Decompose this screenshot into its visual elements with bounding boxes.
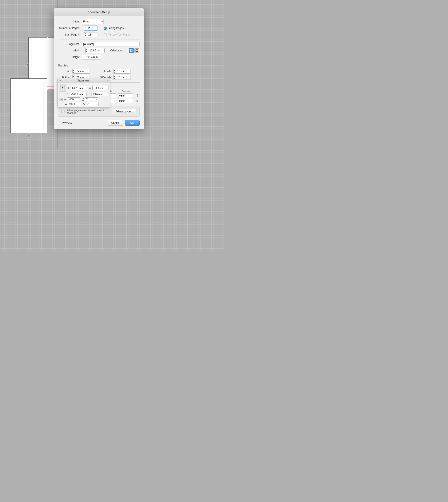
ref-dot-br[interactable] <box>64 89 65 90</box>
height-row: Height: ▲ ▼ <box>58 55 140 60</box>
height-spin: ▲ ▼ <box>82 55 101 60</box>
primary-text-frame-label: Primary Text Frame <box>108 33 130 36</box>
transform-close-icon[interactable]: ✕ <box>60 79 61 82</box>
portrait-button[interactable] <box>129 48 134 53</box>
dialog-title: Document Setup <box>88 10 110 14</box>
page-size-label: Page Size: <box>58 43 82 46</box>
height-up[interactable]: ▲ <box>82 55 84 57</box>
svg-rect-1 <box>136 50 138 51</box>
proportional-lock[interactable] <box>59 98 63 101</box>
height-label: Height: <box>58 56 82 59</box>
margin-inside-row: Inside: ▲ ▼ <box>101 69 140 74</box>
ref-dot-bl[interactable] <box>60 89 61 90</box>
scale-x-select[interactable]: 100% 50% 75% <box>67 97 80 101</box>
start-page-input[interactable] <box>84 32 97 37</box>
margin-top-down[interactable]: ▼ <box>73 71 74 73</box>
x-field-group: X: <box>67 86 87 90</box>
x-input[interactable] <box>71 86 87 90</box>
margin-inside-input[interactable] <box>113 69 131 74</box>
margin-inside-down[interactable]: ▼ <box>114 71 115 73</box>
facing-pages-row: Facing Pages <box>104 27 124 30</box>
separator-1 <box>58 39 140 39</box>
num-pages-input[interactable] <box>84 26 97 31</box>
info-icon: i <box>61 110 65 113</box>
bleed-chain-icon[interactable] <box>135 94 139 98</box>
cancel-button[interactable]: Cancel <box>108 120 123 126</box>
ref-dot-tl[interactable] <box>60 85 61 87</box>
height-down[interactable]: ▼ <box>82 57 84 59</box>
margin-top-input[interactable] <box>72 69 90 74</box>
transform-row-3: 100% 50% 75% 0° 90° 180° <box>59 97 108 101</box>
num-pages-up[interactable]: ▲ <box>84 26 86 28</box>
margin-inside-up[interactable]: ▲ <box>114 69 115 71</box>
orientation-label: Orientation: <box>108 49 126 52</box>
ref-dot-mr[interactable] <box>64 87 65 88</box>
slug-outside-input[interactable] <box>118 99 133 103</box>
intent-row: Intent: Print <box>58 19 140 24</box>
page-size-select-wrapper: [Custom] Letter A4 A5 <box>82 42 140 47</box>
height-input[interactable] <box>82 55 101 60</box>
bleed-col-outside: Outside <box>117 90 134 93</box>
page-lower: H <box>10 78 47 133</box>
page-size-row: Page Size: [Custom] Letter A4 A5 <box>58 42 140 47</box>
transform-row-4: 100% 50% 75% 0° 15° 30° <box>59 102 108 106</box>
handle-bm[interactable] <box>47 89 48 90</box>
start-page-down[interactable]: ▼ <box>84 35 86 37</box>
facing-pages-checkbox[interactable] <box>104 27 107 30</box>
w-input[interactable] <box>92 86 109 90</box>
scale-y-select[interactable]: 100% 50% 75% <box>68 102 81 106</box>
width-orientation-row: Width: ▲ ▼ Orientation: <box>58 48 140 53</box>
start-page-up[interactable]: ▲ <box>84 32 86 35</box>
ref-point-grid[interactable] <box>59 85 66 92</box>
preview-checkbox[interactable] <box>58 122 61 125</box>
intent-select[interactable]: Print <box>82 19 104 24</box>
shear-select[interactable]: 0° 15° 30° <box>86 102 99 106</box>
margin-bottom-up[interactable]: ▲ <box>73 75 74 77</box>
scale-y-icon <box>65 103 67 105</box>
margin-outside-down[interactable]: ▼ <box>114 77 115 79</box>
width-up[interactable]: ▲ <box>86 48 87 50</box>
page-size-select[interactable]: [Custom] Letter A4 A5 <box>82 42 140 47</box>
margin-top-up[interactable]: ▲ <box>73 69 74 71</box>
rotate-select[interactable]: 0° 90° 180° <box>85 97 98 101</box>
pages-row: Number of Pages: ▲ ▼ Facing Pages <box>58 26 140 31</box>
dialog-footer: Preview Cancel OK <box>54 118 144 126</box>
handle-tl[interactable] <box>27 37 29 38</box>
adjust-layout-row: i Adjust page elements to document chang… <box>58 107 140 117</box>
adjust-layout-button[interactable]: Adjust Layout... <box>113 109 136 114</box>
margin-outside-up[interactable]: ▲ <box>114 75 115 77</box>
startpage-row: Start Page #: ▲ ▼ Primary Text Frame <box>58 32 140 37</box>
ref-dot-mm[interactable] <box>62 87 63 88</box>
h-input[interactable] <box>92 92 108 96</box>
ref-dot-bm[interactable] <box>62 89 63 90</box>
page-lower-label: H <box>28 135 30 137</box>
page-lower-margin <box>14 82 44 130</box>
num-pages-down[interactable]: ▼ <box>84 28 86 30</box>
y-input[interactable] <box>70 92 86 96</box>
width-label: Width: <box>58 49 82 52</box>
primary-text-frame-checkbox[interactable] <box>104 33 107 36</box>
shear-select-wrap: 0° 15° 30° <box>86 102 99 106</box>
ref-dot-tr[interactable] <box>64 85 65 87</box>
start-page-label: Start Page #: <box>58 33 82 36</box>
transform-menu-icon[interactable]: ≡ <box>107 79 108 82</box>
shear-icon <box>82 103 85 105</box>
bleed-outside-input[interactable] <box>118 94 133 98</box>
width-input[interactable] <box>85 48 105 53</box>
scale-x-select-wrap: 100% 50% 75% <box>67 97 80 101</box>
ref-dot-ml[interactable] <box>60 87 61 88</box>
slug-chain-icon[interactable] <box>135 99 139 103</box>
svg-marker-7 <box>83 103 84 105</box>
handle-ml[interactable] <box>27 63 29 64</box>
width-spin: ▲ ▼ <box>85 48 105 53</box>
ref-dot-tm[interactable] <box>62 85 63 87</box>
width-down[interactable]: ▼ <box>86 50 87 53</box>
margin-outside-input[interactable] <box>113 75 131 80</box>
handle-tm[interactable] <box>47 37 48 38</box>
landscape-button[interactable] <box>134 48 139 53</box>
margins-header: Margins <box>58 64 140 67</box>
orientation-buttons <box>129 48 139 53</box>
ok-button[interactable]: OK <box>125 120 140 126</box>
rotate-icon <box>81 98 84 101</box>
adjust-text: Adjust page elements to document changes <box>67 109 111 114</box>
